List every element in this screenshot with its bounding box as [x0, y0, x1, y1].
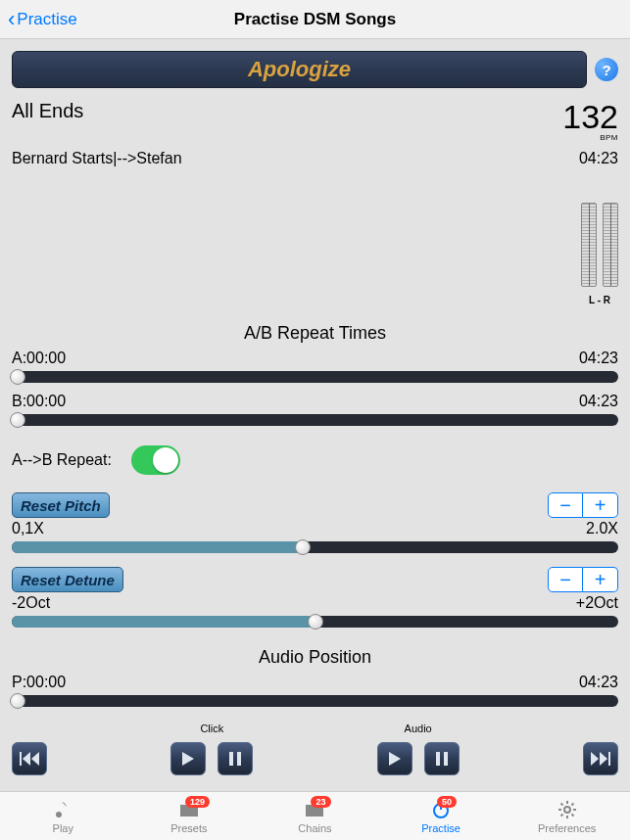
tab-chains[interactable]: 23 Chains — [252, 792, 378, 840]
pitch-minus-button[interactable]: − — [548, 492, 583, 518]
svg-line-20 — [571, 814, 573, 816]
detune-min: -2Oct — [12, 594, 50, 612]
back-label: Practise — [17, 10, 76, 29]
detune-slider[interactable] — [12, 616, 618, 628]
content-area: Apologize ? All Ends 132 BPM Bernard Sta… — [0, 39, 630, 791]
pitch-min: 0,1X — [12, 520, 44, 537]
audio-play-button[interactable] — [377, 742, 412, 775]
detune-minus-button[interactable]: − — [548, 567, 583, 592]
song-banner[interactable]: Apologize — [12, 51, 587, 88]
slider-b-thumb[interactable] — [10, 412, 25, 428]
click-play-button[interactable] — [170, 742, 206, 775]
skip-forward-button[interactable] — [583, 742, 618, 775]
position-end: 04:23 — [579, 674, 618, 691]
slider-b-end: 04:23 — [579, 393, 618, 410]
svg-marker-9 — [591, 752, 599, 766]
svg-marker-1 — [23, 752, 30, 766]
music-note-icon — [54, 800, 72, 819]
svg-rect-11 — [608, 752, 610, 766]
detune-plus-button[interactable]: + — [583, 567, 618, 592]
minus-icon: − — [559, 569, 571, 591]
svg-rect-5 — [237, 752, 241, 766]
audio-pause-button[interactable] — [424, 742, 460, 775]
pitch-max: 2.0X — [586, 520, 618, 537]
reset-pitch-label: Reset Pitch — [21, 497, 101, 514]
tab-presets-label: Presets — [170, 822, 207, 834]
detune-max: +2Oct — [576, 594, 618, 612]
tab-play[interactable]: Play — [0, 792, 126, 840]
skip-back-button[interactable] — [12, 742, 47, 775]
artist-name: All Ends — [12, 100, 83, 122]
pitch-plus-button[interactable]: + — [583, 492, 618, 518]
position-slider[interactable] — [12, 695, 618, 707]
help-icon: ? — [602, 62, 610, 78]
presets-badge: 129 — [185, 796, 210, 808]
reset-detune-button[interactable]: Reset Detune — [12, 567, 123, 592]
svg-line-21 — [560, 814, 562, 816]
page-title: Practise DSM Songs — [0, 10, 630, 29]
svg-line-22 — [571, 803, 573, 805]
pitch-slider[interactable] — [12, 541, 618, 553]
svg-rect-7 — [436, 752, 440, 766]
click-pause-button[interactable] — [218, 742, 253, 775]
chevron-left-icon: ‹ — [8, 9, 15, 30]
help-button[interactable]: ? — [595, 58, 618, 81]
total-time: 04:23 — [579, 150, 618, 167]
svg-rect-0 — [20, 752, 22, 766]
svg-marker-2 — [31, 752, 39, 766]
meter-left — [581, 203, 597, 287]
tab-chains-label: Chains — [298, 822, 331, 834]
tab-bar: Play 129 Presets 23 Chains 50 Practise P… — [0, 791, 630, 840]
pause-icon — [228, 751, 242, 767]
slider-a[interactable] — [12, 371, 618, 383]
skip-forward-icon — [591, 751, 610, 767]
slider-a-end: 04:23 — [579, 350, 618, 367]
svg-marker-6 — [389, 752, 401, 766]
svg-rect-8 — [444, 752, 448, 766]
back-button[interactable]: ‹ Practise — [8, 9, 77, 30]
bpm-value: 132 — [562, 100, 618, 133]
bpm-display: 132 BPM — [562, 100, 618, 142]
tab-preferences-label: Preferences — [538, 822, 596, 834]
gear-icon — [557, 800, 577, 819]
slider-a-start: A:00:00 — [12, 350, 66, 367]
play-icon — [181, 751, 195, 767]
meters-label: L - R — [12, 295, 618, 305]
position-start: P:00:00 — [12, 674, 66, 691]
song-title: Apologize — [248, 57, 351, 82]
tab-practise-label: Practise — [421, 822, 460, 834]
svg-line-19 — [560, 803, 562, 805]
svg-point-14 — [564, 807, 570, 813]
transport-controls: Click Audio — [12, 723, 618, 785]
slider-b[interactable] — [12, 414, 618, 426]
practise-badge: 50 — [437, 796, 457, 808]
ab-repeat-label: A-->B Repeat: — [12, 451, 112, 469]
slider-b-start: B:00:00 — [12, 393, 66, 410]
audio-group-label: Audio — [405, 723, 432, 736]
meter-right — [603, 203, 618, 287]
pitch-slider-thumb[interactable] — [295, 539, 311, 555]
audio-section-title: Audio Position — [12, 647, 618, 668]
reset-pitch-button[interactable]: Reset Pitch — [12, 492, 110, 518]
ab-section-title: A/B Repeat Times — [12, 323, 618, 344]
position-slider-thumb[interactable] — [10, 693, 25, 709]
ab-repeat-toggle[interactable] — [131, 445, 180, 475]
chains-badge: 23 — [311, 796, 330, 808]
info-line: Bernard Starts|-->Stefan — [12, 150, 182, 167]
minus-icon: − — [559, 494, 571, 517]
tab-presets[interactable]: 129 Presets — [126, 792, 253, 840]
pause-icon — [435, 751, 449, 767]
pitch-stepper: − + — [548, 492, 618, 518]
tab-practise[interactable]: 50 Practise — [378, 792, 505, 840]
plus-icon: + — [595, 569, 606, 591]
detune-stepper: − + — [548, 567, 618, 592]
toggle-knob — [153, 447, 178, 473]
slider-a-thumb[interactable] — [10, 369, 25, 385]
svg-marker-3 — [182, 752, 194, 766]
play-icon — [388, 751, 402, 767]
svg-marker-10 — [600, 752, 607, 766]
tab-preferences[interactable]: Preferences — [504, 792, 630, 840]
navbar: ‹ Practise Practise DSM Songs — [0, 0, 630, 39]
detune-slider-thumb[interactable] — [308, 614, 323, 630]
skip-back-icon — [20, 751, 39, 767]
